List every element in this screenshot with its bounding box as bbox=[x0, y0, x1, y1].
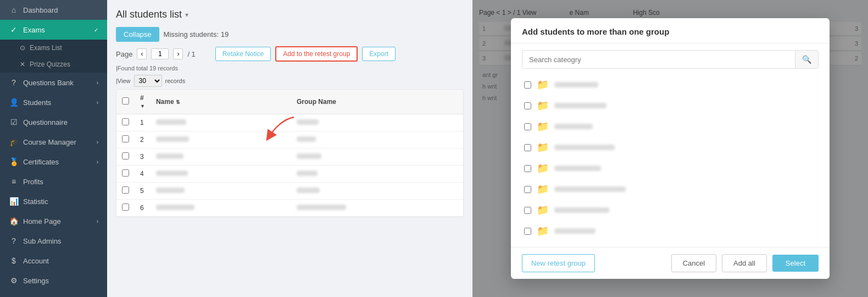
row-checkbox[interactable] bbox=[122, 152, 129, 160]
group-list-item[interactable]: 📁 bbox=[522, 117, 819, 136]
exams-chevron-icon: ✓ bbox=[94, 27, 98, 33]
collapse-button[interactable]: Collapse bbox=[116, 27, 159, 42]
sidebar-item-sub-admins[interactable]: ? Sub Admins bbox=[0, 231, 107, 251]
row-checkbox-cell[interactable] bbox=[116, 200, 135, 217]
retake-notice-button[interactable]: Retake Notice bbox=[215, 47, 271, 61]
sidebar-label-course-manager: Course Manager bbox=[23, 138, 92, 146]
group-checkbox[interactable] bbox=[524, 186, 531, 193]
group-name-column-header: Group Name bbox=[291, 90, 463, 114]
page-input[interactable] bbox=[151, 48, 169, 59]
next-page-button[interactable]: › bbox=[173, 48, 183, 59]
sidebar-label-exams-list: Exams List bbox=[30, 44, 62, 52]
sidebar-item-questions-bank[interactable]: ? Questions Bank › bbox=[0, 73, 107, 92]
group-name bbox=[554, 145, 615, 150]
sidebar-item-profits[interactable]: ≡ Profits bbox=[0, 172, 107, 191]
row-checkbox[interactable] bbox=[122, 135, 129, 142]
prize-quizzes-icon: ✕ bbox=[20, 61, 25, 68]
row-checkbox-cell[interactable] bbox=[116, 166, 135, 183]
sub-admins-icon: ? bbox=[9, 237, 19, 245]
sidebar-label-questions-bank: Questions Bank bbox=[23, 79, 92, 87]
row-checkbox[interactable] bbox=[122, 118, 129, 125]
group-list-item[interactable]: 📁 bbox=[522, 159, 819, 178]
row-num: 1 bbox=[135, 114, 151, 131]
sidebar-item-prize-quizzes[interactable]: ✕ Prize Quizzes bbox=[0, 56, 107, 73]
settings-icon: ⚙ bbox=[9, 276, 19, 285]
group-name bbox=[554, 82, 598, 87]
row-name bbox=[151, 183, 291, 200]
add-to-retest-button[interactable]: Add to the retest group bbox=[275, 46, 358, 62]
sidebar-item-course-manager[interactable]: 🎓 Course Manager › bbox=[0, 132, 107, 152]
group-checkbox[interactable] bbox=[524, 165, 531, 172]
table-row: 1 bbox=[116, 114, 463, 131]
row-checkbox-cell[interactable] bbox=[116, 148, 135, 166]
group-list-item[interactable]: 📁 bbox=[522, 138, 819, 157]
table-row: 4 bbox=[116, 166, 463, 183]
sidebar-item-statistic[interactable]: 📊 Statistic bbox=[0, 191, 107, 211]
group-checkbox[interactable] bbox=[524, 123, 531, 130]
row-checkbox-cell[interactable] bbox=[116, 114, 135, 131]
toolbar: Collapse Missing students: 19 bbox=[116, 27, 464, 42]
questions-bank-chevron-icon: › bbox=[97, 80, 98, 86]
group-name bbox=[554, 103, 607, 108]
row-checkbox[interactable] bbox=[122, 186, 129, 194]
sidebar-item-account[interactable]: $ Account bbox=[0, 251, 107, 271]
folder-icon: 📁 bbox=[537, 162, 549, 174]
row-checkbox-cell[interactable] bbox=[116, 131, 135, 148]
sidebar-item-home-page[interactable]: 🏠 Home Page › bbox=[0, 211, 107, 231]
select-all-header[interactable] bbox=[116, 90, 135, 114]
group-checkbox[interactable] bbox=[524, 207, 531, 214]
folder-icon: 📁 bbox=[537, 100, 549, 112]
search-button[interactable]: 🔍 bbox=[795, 51, 818, 68]
group-checkbox[interactable] bbox=[524, 102, 531, 109]
sidebar-label-home-page: Home Page bbox=[23, 217, 92, 226]
row-num: 3 bbox=[135, 148, 151, 166]
title-dropdown-arrow-icon[interactable]: ▾ bbox=[185, 11, 188, 19]
view-select[interactable]: 3050100 bbox=[134, 75, 162, 87]
group-list-item[interactable]: 📁 bbox=[522, 96, 819, 115]
group-list-item[interactable]: 📁 bbox=[522, 180, 819, 199]
sidebar-label-questionnaire: Questionnaire bbox=[23, 118, 98, 127]
row-checkbox[interactable] bbox=[122, 204, 129, 211]
row-checkbox-cell[interactable] bbox=[116, 183, 135, 200]
name-column-header: Name ⇅ bbox=[151, 90, 291, 114]
group-checkbox[interactable] bbox=[524, 228, 531, 235]
cancel-button[interactable]: Cancel bbox=[671, 254, 716, 272]
export-button[interactable]: Export bbox=[362, 47, 396, 61]
home-page-icon: 🏠 bbox=[9, 217, 19, 226]
sidebar-item-certificates[interactable]: 🏅 Certificates › bbox=[0, 152, 107, 172]
row-group bbox=[291, 148, 463, 166]
select-all-checkbox[interactable] bbox=[122, 97, 129, 105]
prev-page-button[interactable]: ‹ bbox=[137, 48, 147, 59]
group-list-item[interactable]: 📁 bbox=[522, 201, 819, 219]
pagination-row: Page ‹ › / 1 Retake Notice Add to the re… bbox=[116, 46, 464, 62]
search-category-input[interactable] bbox=[522, 51, 795, 68]
modal-footer: New retest group Cancel Add all Select bbox=[511, 247, 830, 279]
folder-icon: 📁 bbox=[537, 120, 549, 133]
group-list-item[interactable]: 📁 bbox=[522, 75, 819, 94]
row-checkbox[interactable] bbox=[122, 169, 129, 177]
sidebar-item-students[interactable]: 👤 Students › bbox=[0, 92, 107, 112]
sidebar-item-questionnaire[interactable]: ☑ Questionnaire bbox=[0, 112, 107, 132]
modal-header: Add students to more than one group bbox=[511, 18, 830, 43]
group-name bbox=[554, 124, 593, 129]
group-checkbox[interactable] bbox=[524, 144, 531, 151]
group-list-item[interactable]: 📁 bbox=[522, 222, 819, 240]
add-all-button[interactable]: Add all bbox=[722, 254, 767, 272]
page-label: Page bbox=[116, 50, 132, 58]
certificates-icon: 🏅 bbox=[9, 157, 19, 166]
group-name bbox=[554, 228, 596, 234]
modal-title: Add students to more than one group bbox=[522, 27, 819, 36]
group-checkbox[interactable] bbox=[524, 81, 531, 89]
table-row: 2 bbox=[116, 131, 463, 148]
select-button[interactable]: Select bbox=[772, 255, 819, 272]
sidebar-item-dashboard[interactable]: ⌂ Dashboard bbox=[0, 0, 107, 20]
sidebar-item-settings[interactable]: ⚙ Settings bbox=[0, 271, 107, 290]
page-title-text: All students list bbox=[116, 9, 182, 20]
row-name bbox=[151, 148, 291, 166]
sidebar-item-exams[interactable]: ✓ Exams ✓ bbox=[0, 20, 107, 40]
new-retest-group-button[interactable]: New retest group bbox=[522, 254, 595, 272]
sidebar-item-exams-list[interactable]: ⊙ Exams List bbox=[0, 40, 107, 56]
group-name bbox=[554, 207, 609, 213]
total-pages-label: / 1 bbox=[187, 50, 195, 58]
row-group bbox=[291, 183, 463, 200]
